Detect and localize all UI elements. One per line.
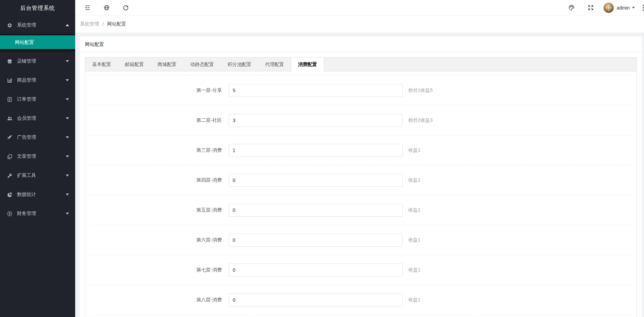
sidebar-item-goods[interactable]: 商品管理 <box>0 71 75 90</box>
breadcrumb: 系统管理 / 网站配置 <box>75 16 644 33</box>
sidebar-item-label: 广告管理 <box>17 134 36 140</box>
sidebar-item-orders[interactable]: 订单管理 <box>0 90 75 109</box>
sidebar-item-system[interactable]: 系统管理 <box>0 16 75 34</box>
palette-icon[interactable] <box>565 1 578 15</box>
sidebar-item-ads[interactable]: 广告管理 <box>0 128 75 147</box>
tabs-container: 基本配置 邮箱配置 商城配置 动静态配置 积分池配置 代理配置 消费配置 第一层… <box>85 57 637 317</box>
sidebar-item-label: 扩展工具 <box>17 172 36 179</box>
form-row: 第二层-社区 粉丝2收益3 <box>89 105 632 135</box>
field-label: 第六层-消费 <box>89 237 222 243</box>
caret-up-icon <box>66 24 69 26</box>
field-hint: 收益1 <box>408 297 420 303</box>
level6-consume-input[interactable] <box>229 234 403 247</box>
sidebar-item-label: 订单管理 <box>17 96 36 102</box>
level3-consume-input[interactable] <box>229 144 403 157</box>
caret-down-icon <box>66 174 69 177</box>
caret-down-icon <box>66 194 69 196</box>
sidebar-item-label: 会员管理 <box>17 115 36 121</box>
shop-icon <box>7 59 13 64</box>
gear-icon <box>7 22 13 28</box>
navbar-right-group: admin <box>565 1 644 15</box>
caret-down-icon <box>66 213 69 215</box>
sidebar-item-shop[interactable]: 店铺管理 <box>0 52 75 71</box>
field-label: 第七层-消费 <box>89 267 222 273</box>
order-list-icon <box>7 97 13 102</box>
tab-agent-config[interactable]: 代理配置 <box>258 57 291 71</box>
sidebar-item-label: 财务管理 <box>17 211 36 217</box>
sidebar-item-label: 店铺管理 <box>17 58 36 64</box>
yuan-circle-icon <box>7 211 13 217</box>
tab-points-pool-config[interactable]: 积分池配置 <box>221 57 258 71</box>
article-copy-icon <box>7 154 13 160</box>
caret-down-icon <box>632 7 635 9</box>
field-hint: 粉丝1收益5 <box>408 87 433 94</box>
sidebar-submenu-system: 网站配置 <box>0 34 75 52</box>
breadcrumb-separator: / <box>102 21 104 27</box>
caret-down-icon <box>66 60 69 62</box>
field-label: 第四层-消费 <box>89 177 222 183</box>
tab-static-config[interactable]: 动静态配置 <box>183 57 221 71</box>
sidebar-item-label: 商品管理 <box>17 77 36 83</box>
collapse-menu-icon[interactable] <box>81 1 94 15</box>
user-menu[interactable]: admin <box>617 5 635 11</box>
sidebar-item-finance[interactable]: 财务管理 <box>0 204 75 223</box>
form-row: 第六层-消费 收益1 <box>89 225 632 255</box>
tab-consume-config[interactable]: 消费配置 <box>291 57 324 71</box>
card-title: 网站配置 <box>80 36 642 52</box>
globe-icon[interactable] <box>100 1 113 15</box>
field-hint: 收益1 <box>408 237 420 243</box>
tab-mall-config[interactable]: 商城配置 <box>151 57 183 71</box>
tab-mail-config[interactable]: 邮箱配置 <box>118 57 151 71</box>
level8-consume-input[interactable] <box>229 294 403 306</box>
user-name-label: admin <box>617 5 630 11</box>
main-area: admin 系统管理 / 网站配置 网站配置 基本配置 邮箱配置 商城配置 动静… <box>75 0 644 317</box>
field-hint: 收益1 <box>408 207 420 213</box>
config-card: 网站配置 基本配置 邮箱配置 商城配置 动静态配置 积分池配置 代理配置 消费配… <box>80 36 642 317</box>
level2-community-input[interactable] <box>229 114 403 127</box>
user-avatar[interactable] <box>604 3 614 13</box>
page-content: 网站配置 基本配置 邮箱配置 商城配置 动静态配置 积分池配置 代理配置 消费配… <box>75 33 644 317</box>
form-row: 第四层-消费 收益1 <box>89 165 632 195</box>
users-icon <box>7 116 13 121</box>
field-hint: 粉丝2收益3 <box>408 117 433 123</box>
level1-share-input[interactable] <box>229 84 403 97</box>
sidebar-item-site-config[interactable]: 网站配置 <box>0 35 75 49</box>
field-label: 第一层-分享 <box>89 87 222 94</box>
field-label: 第五层-消费 <box>89 207 222 213</box>
sidebar-item-stats[interactable]: 数据统计 <box>0 185 75 204</box>
sidebar-item-label: 文章管理 <box>17 153 36 160</box>
tabs-header: 基本配置 邮箱配置 商城配置 动静态配置 积分池配置 代理配置 消费配置 <box>85 57 637 71</box>
field-hint: 收益1 <box>408 147 420 153</box>
form-row: 第七层-消费 收益1 <box>89 255 632 285</box>
wrench-icon <box>7 173 13 179</box>
level7-consume-input[interactable] <box>229 264 403 277</box>
caret-down-icon <box>66 136 69 138</box>
form-row: 第八层-消费 收益1 <box>89 285 632 315</box>
refresh-icon[interactable] <box>119 1 132 15</box>
field-hint: 收益1 <box>408 177 420 183</box>
fullscreen-icon[interactable] <box>584 1 598 15</box>
level5-consume-input[interactable] <box>229 204 403 217</box>
sidebar-item-tools[interactable]: 扩展工具 <box>0 166 75 185</box>
sidebar: 后台管理系统 系统管理 网站配置 店铺管理 商品管理 订单管理 <box>0 0 75 317</box>
level4-consume-input[interactable] <box>229 174 403 187</box>
caret-down-icon <box>66 117 69 119</box>
field-label: 第三层-消费 <box>89 147 222 153</box>
rocket-icon <box>7 135 13 140</box>
bar-chart-icon <box>7 78 13 83</box>
kebab-menu-icon[interactable] <box>641 1 644 15</box>
sidebar-item-members[interactable]: 会员管理 <box>0 109 75 128</box>
sidebar-item-label: 数据统计 <box>17 191 36 198</box>
breadcrumb-item-system[interactable]: 系统管理 <box>80 21 99 27</box>
breadcrumb-item-current: 网站配置 <box>107 21 126 27</box>
field-label: 第八层-消费 <box>89 297 222 303</box>
sidebar-item-articles[interactable]: 文章管理 <box>0 147 75 166</box>
tab-basic-config[interactable]: 基本配置 <box>85 57 118 71</box>
pie-chart-icon <box>7 192 13 198</box>
tab-content: 第一层-分享 粉丝1收益5 第二层-社区 粉丝2收益3 第三层-消费 <box>85 75 637 317</box>
form-row: 第一层-分享 粉丝1收益5 <box>89 76 632 105</box>
consume-config-form: 第一层-分享 粉丝1收益5 第二层-社区 粉丝2收益3 第三层-消费 <box>89 75 632 315</box>
form-row: 第五层-消费 收益1 <box>89 195 632 225</box>
caret-down-icon <box>66 155 69 157</box>
field-label: 第二层-社区 <box>89 117 222 123</box>
